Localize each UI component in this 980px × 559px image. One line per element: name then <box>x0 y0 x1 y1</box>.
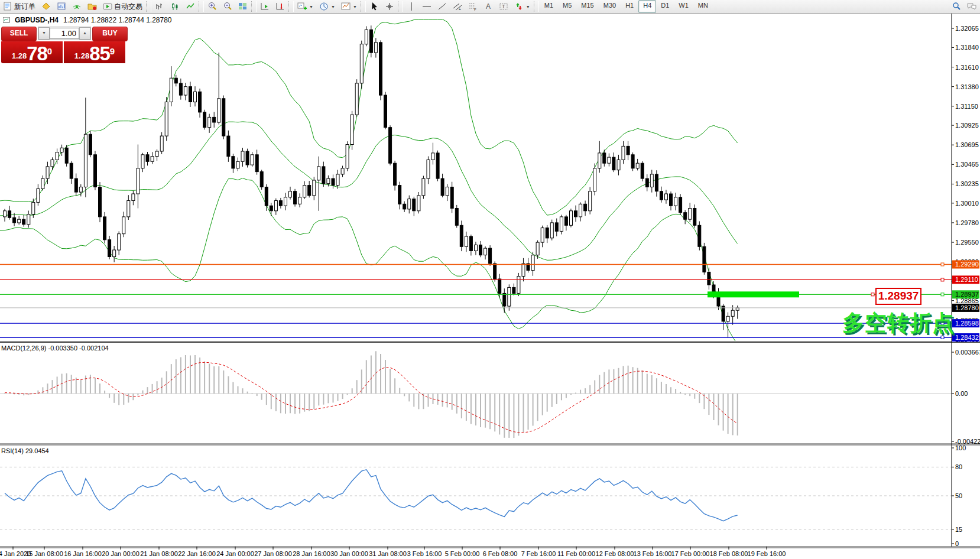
candlestick-icon <box>170 2 180 11</box>
lot-decrease-button[interactable]: ▼ <box>38 27 50 40</box>
trendline-button[interactable] <box>434 0 450 13</box>
svg-text:1.28598: 1.28598 <box>955 320 979 327</box>
price-tag-1.28432: 1.28432 <box>952 333 979 342</box>
periods-button[interactable]: ▼ <box>316 0 338 13</box>
support-highlight-bar[interactable] <box>708 291 799 297</box>
price-tag-1.28598: 1.28598 <box>952 319 979 327</box>
svg-text:T: T <box>502 4 505 9</box>
timeframe-button-w1[interactable]: W1 <box>674 0 693 13</box>
price-tag-1.28780: 1.28780 <box>952 304 979 312</box>
bull-bear-turning-point-note[interactable]: 多空转折点 <box>842 308 955 338</box>
macd-axis-tick: 0.003667 <box>955 349 980 356</box>
time-axis-label: 22 Jan 16:00 <box>178 550 216 557</box>
timeframe-button-m15[interactable]: M15 <box>576 0 598 13</box>
toolbar-separator <box>251 1 257 12</box>
crosshair-icon <box>385 2 394 11</box>
profiles-button[interactable] <box>38 0 54 13</box>
market-watch-button[interactable] <box>54 0 69 13</box>
timeframe-button-h4[interactable]: H4 <box>638 0 656 13</box>
buy-price-display[interactable]: 1.28 85 9 <box>64 41 125 63</box>
auto-trading-button[interactable]: 自动交易 <box>100 0 145 13</box>
line-chart-icon <box>186 2 195 11</box>
toolbar-separator <box>199 1 204 12</box>
vline-button[interactable] <box>404 0 419 13</box>
horizontal-line-object[interactable] <box>0 278 952 281</box>
timeframe-button-m30[interactable]: M30 <box>599 0 621 13</box>
chart-shift-icon <box>275 2 285 11</box>
svg-text:A: A <box>486 2 491 11</box>
chevron-down-icon: ▼ <box>309 5 313 9</box>
main-chart-layer[interactable] <box>0 20 952 344</box>
bar-chart-button[interactable] <box>152 0 167 13</box>
macd-axis-tick: 0.00 <box>955 390 968 397</box>
toolbar-separator <box>146 1 151 12</box>
horizontal-line-object[interactable] <box>0 291 952 297</box>
sell-price-pipette: 0 <box>47 41 52 61</box>
svg-text:F: F <box>474 8 476 11</box>
toolbar-separator <box>398 1 403 12</box>
chevron-down-icon: ▼ <box>331 5 335 9</box>
label-button[interactable]: T <box>496 0 511 13</box>
sell-button[interactable]: SELL <box>1 27 37 41</box>
time-axis-label: 7 Feb 16:00 <box>521 550 556 557</box>
templates-button[interactable]: ▼ <box>338 0 360 13</box>
arrows-button[interactable]: ▼ <box>511 0 533 13</box>
channel-icon: E <box>453 2 462 11</box>
fibonacci-button[interactable]: F <box>465 0 481 13</box>
rsi-axis-tick: 0 <box>955 540 959 547</box>
rsi-axis-tick: 15 <box>955 526 962 533</box>
chat-icon[interactable] <box>967 2 976 11</box>
text-button[interactable]: A <box>481 0 496 13</box>
price-axis-tick: 1.30235 <box>955 180 979 187</box>
zoom-out-icon <box>223 2 232 11</box>
buy-button[interactable]: BUY <box>92 27 128 41</box>
new-order-button[interactable]: 新订单 <box>0 0 38 13</box>
horizontal-line-object[interactable] <box>0 336 952 339</box>
search-icon[interactable] <box>952 2 961 11</box>
time-axis-label: 15 Jan 08:00 <box>25 550 63 557</box>
timeframe-button-m5[interactable]: M5 <box>558 0 576 13</box>
sell-price-display[interactable]: 1.28 78 0 <box>1 41 63 63</box>
candlestick-chart-button[interactable] <box>167 0 183 13</box>
timeframe-button-d1[interactable]: D1 <box>656 0 674 13</box>
tile-windows-button[interactable] <box>235 0 251 13</box>
indicators-button[interactable]: ▼ <box>294 0 316 13</box>
cursor-button[interactable] <box>366 0 382 13</box>
chevron-down-icon: ▼ <box>526 5 530 9</box>
crosshair-button[interactable] <box>382 0 397 13</box>
buy-price-pipette: 9 <box>110 41 115 61</box>
time-axis-label: 28 Jan 16:00 <box>293 550 330 557</box>
lot-size-control: ▼ ▲ <box>38 27 91 40</box>
signals-button[interactable] <box>69 0 85 13</box>
auto-scroll-button[interactable] <box>257 0 272 13</box>
lot-increase-button[interactable]: ▲ <box>79 27 90 40</box>
timeframe-button-m1[interactable]: M1 <box>540 0 558 13</box>
tile-windows-icon <box>238 2 248 11</box>
horizontal-line-object[interactable] <box>0 322 952 325</box>
price-axis-tick: 1.29550 <box>955 239 979 246</box>
hline-button[interactable] <box>419 0 434 13</box>
horizontal-line-object[interactable] <box>0 263 952 266</box>
zoom-in-button[interactable] <box>205 0 220 13</box>
price-axis-tick: 1.31840 <box>955 44 979 51</box>
buy-price-big: 85 <box>89 45 110 63</box>
svg-text:1.28432: 1.28432 <box>955 334 979 341</box>
support-price-callout[interactable]: 1.28937 <box>875 288 921 305</box>
time-axis-label: 21 Jan 08:00 <box>140 550 178 557</box>
timeframe-button-h1[interactable]: H1 <box>621 0 638 13</box>
price-axis-tick: 1.31150 <box>955 103 978 110</box>
template-icon <box>341 2 351 11</box>
line-chart-button[interactable] <box>183 0 198 13</box>
svg-text:1.28937: 1.28937 <box>955 291 979 298</box>
chart-shift-button[interactable] <box>272 0 288 13</box>
macd-layer <box>0 351 952 438</box>
zoom-out-button[interactable] <box>220 0 235 13</box>
chart-canvas[interactable]: 1.320651.318401.316101.313801.311501.309… <box>0 14 980 559</box>
channel-button[interactable]: E <box>450 0 465 13</box>
timeframe-button-mn[interactable]: MN <box>693 0 713 13</box>
price-axis-tick: 1.30925 <box>955 122 979 129</box>
lot-size-input[interactable] <box>50 28 79 39</box>
price-axis-tick: 1.29780 <box>955 219 979 226</box>
history-center-button[interactable] <box>85 0 100 13</box>
candles-layer <box>4 25 739 337</box>
